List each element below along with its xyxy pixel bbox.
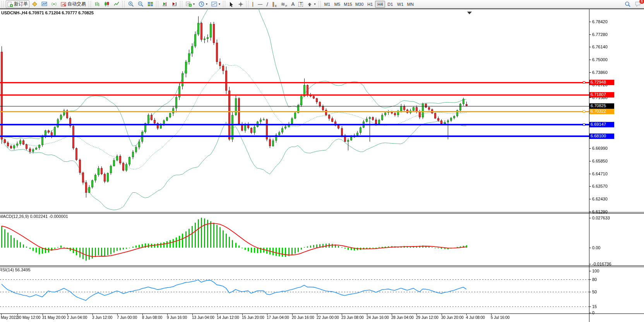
autotrading-icon <box>61 2 66 7</box>
horizontal-line-icon: — <box>257 2 262 7</box>
main-toolbar: 新订单 自动交易 ▾ ▾ <box>0 0 644 9</box>
trendline-icon: / <box>266 2 268 7</box>
vertical-line-tool-button[interactable]: | <box>250 0 255 8</box>
channel-icon: ∥ <box>272 2 275 7</box>
candlestick-chart-icon <box>104 1 110 7</box>
chart-shift-icon <box>171 1 177 7</box>
timeframe-button-m5[interactable]: M5 <box>332 1 343 8</box>
line-chart-button[interactable] <box>112 0 121 8</box>
cursor-tool-button[interactable] <box>227 0 236 8</box>
line-chart-icon <box>114 1 120 7</box>
text-tool-button[interactable]: A <box>289 0 296 8</box>
tile-windows-icon <box>147 1 153 7</box>
fibonacci-icon: ≋ <box>281 2 285 7</box>
chart-window: USDCNH-,H4 6.70971 6.71204 6.70777 6.708… <box>0 9 644 322</box>
autotrading-button[interactable]: 自动交易 <box>59 0 87 8</box>
horizontal-line-tool-button[interactable]: — <box>256 0 264 8</box>
fibonacci-tool-button[interactable]: ≋F <box>279 0 289 8</box>
notification-badge: 1 <box>639 0 644 4</box>
timeframe-button-h1[interactable]: H1 <box>365 1 375 8</box>
toolbar-grip[interactable] <box>89 1 91 7</box>
text-icon: A <box>291 2 295 7</box>
toolbar-grip[interactable] <box>246 1 248 7</box>
periods-icon <box>199 1 204 7</box>
autotrading-label: 自动交易 <box>67 1 86 7</box>
timeframe-button-d1[interactable]: D1 <box>385 1 395 8</box>
search-icon <box>625 1 631 7</box>
bar-chart-icon <box>94 1 100 7</box>
toolbar-grip[interactable] <box>122 1 125 7</box>
notifications-button[interactable]: 1 <box>633 0 643 9</box>
fibonacci-sub-label: F <box>286 4 288 8</box>
new-order-label: 新订单 <box>14 1 28 7</box>
toolbar-grip[interactable] <box>2 1 4 7</box>
indicators-caret-icon: ▾ <box>193 2 195 6</box>
channel-sub-label: E <box>275 4 277 8</box>
timeframe-button-w1[interactable]: W1 <box>395 1 405 8</box>
indicators-button[interactable]: ▾ <box>184 0 196 8</box>
toolbar-grip[interactable] <box>180 1 182 7</box>
timeframe-button-m30[interactable]: M30 <box>354 1 365 8</box>
text-label-tool-button[interactable]: T <box>297 0 305 8</box>
indicators-icon <box>186 1 192 7</box>
chart-canvas[interactable] <box>0 9 644 322</box>
text-label-icon: T <box>298 2 303 7</box>
zoom-out-icon <box>138 1 144 7</box>
timeframe-button-mn[interactable]: MN <box>405 1 415 8</box>
search-button[interactable] <box>623 0 632 8</box>
bar-chart-button[interactable] <box>93 0 102 8</box>
arrows-icon <box>307 2 312 7</box>
templates-icon <box>211 1 217 7</box>
arrows-tool-button[interactable]: ▾ <box>305 0 317 8</box>
zoom-in-button[interactable] <box>127 0 135 8</box>
charts-window-button[interactable] <box>40 0 49 8</box>
signals-icon <box>51 1 57 7</box>
signals-button[interactable] <box>50 0 58 8</box>
chart-shift-button[interactable] <box>170 0 179 8</box>
market-watch-button[interactable] <box>30 0 39 8</box>
zoom-in-icon <box>128 1 134 7</box>
toolbar-grip[interactable] <box>319 1 321 7</box>
arrows-caret-icon: ▾ <box>314 2 315 6</box>
auto-scroll-button[interactable] <box>160 0 169 8</box>
periods-button[interactable]: ▾ <box>197 0 209 8</box>
zoom-out-button[interactable] <box>136 0 145 8</box>
trendline-tool-button[interactable]: / <box>265 0 269 8</box>
toolbar-grip[interactable] <box>156 1 158 7</box>
crosshair-tool-button[interactable] <box>236 0 245 8</box>
periods-caret-icon: ▾ <box>206 2 207 6</box>
timeframe-button-h4[interactable]: H4 <box>375 1 385 8</box>
market-watch-icon <box>32 1 38 7</box>
timeframe-button-m1[interactable]: M1 <box>322 1 332 8</box>
auto-scroll-icon <box>162 1 168 7</box>
candlestick-chart-button[interactable] <box>103 0 111 8</box>
channel-tool-button[interactable]: ∥E <box>271 0 279 8</box>
new-order-icon <box>7 2 13 7</box>
charts-window-icon <box>41 1 47 7</box>
templates-button[interactable]: ▾ <box>210 0 222 8</box>
cursor-icon <box>229 2 234 7</box>
vertical-line-icon: | <box>252 2 253 7</box>
templates-caret-icon: ▾ <box>219 2 220 6</box>
toolbar-grip[interactable] <box>223 1 225 7</box>
timeframe-button-m15[interactable]: M15 <box>343 1 354 8</box>
timeframe-group: M1M5M15M30H1H4D1W1MN <box>322 1 416 8</box>
new-order-button[interactable]: 新订单 <box>6 0 29 8</box>
crosshair-icon <box>238 2 243 7</box>
tile-windows-button[interactable] <box>146 0 155 8</box>
